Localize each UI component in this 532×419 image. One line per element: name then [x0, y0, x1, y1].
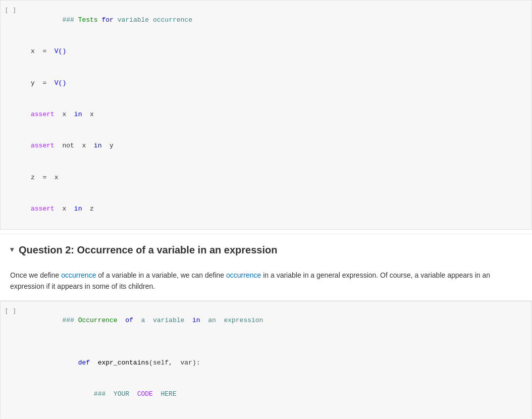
- cell-1[interactable]: [ ] ### Tests for variable occurrence x …: [0, 0, 532, 230]
- code-line-y: y = V(): [31, 79, 66, 87]
- code-def-line: def expr_contains(self, var):: [62, 359, 200, 366]
- notebook-container: [ ] ### Tests for variable occurrence x …: [0, 0, 532, 419]
- cell-content-2: ### Occurrence of a variable in an expre…: [25, 301, 531, 419]
- prose-text: Once we define occurrence of a variable …: [10, 271, 490, 290]
- cell-counter-2: [ ]: [5, 306, 16, 317]
- comment-line-1: ### Tests for variable occurrence: [62, 16, 192, 24]
- section-2-title: Question 2: Occurrence of a variable in …: [19, 242, 277, 257]
- code-line-z: z = x: [31, 174, 59, 181]
- code-line-assert1: assert x in x: [31, 111, 94, 118]
- cell-gutter-1: [ ]: [1, 1, 25, 20]
- chevron-icon: ▾: [10, 244, 14, 255]
- cell-content-1: ### Tests for variable occurrence x = V(…: [25, 1, 531, 229]
- section-2-header[interactable]: ▾ Question 2: Occurrence of a variable i…: [0, 234, 532, 266]
- code-your-code: ### YOUR CODE HERE: [62, 390, 176, 398]
- comment-occurrence: ### Occurrence of a variable in an expre…: [62, 317, 263, 324]
- code-line-assert2: assert not x in y: [31, 142, 114, 149]
- prose-block: Once we define occurrence of a variable …: [0, 266, 532, 300]
- code-block-1: ### Tests for variable occurrence x = V(…: [31, 5, 525, 225]
- code-line-assert3: assert x in z: [31, 205, 94, 213]
- code-line-x: x = V(): [31, 47, 66, 55]
- cell-gutter-2: [ ]: [1, 301, 25, 321]
- code-block-2: ### Occurrence of a variable in an expre…: [31, 305, 525, 419]
- cell-2[interactable]: [ ] ### Occurrence of a variable in an e…: [0, 301, 532, 419]
- cell-counter-1: [ ]: [5, 6, 16, 16]
